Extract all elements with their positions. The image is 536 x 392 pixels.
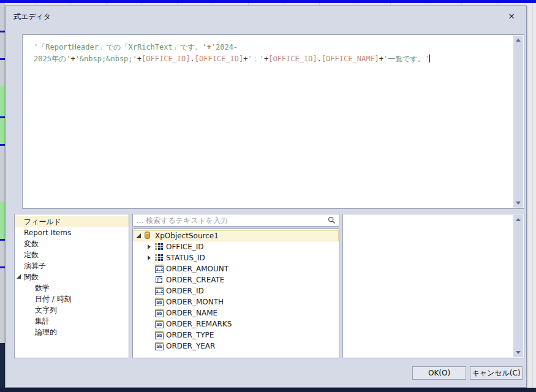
search-box <box>132 214 339 227</box>
expression-token-operator: . <box>191 55 195 63</box>
text-icon: ab <box>155 318 165 330</box>
category-label: 定数 <box>24 251 39 259</box>
tree-item-label: XpObjectSource1 <box>154 232 219 240</box>
numeric-icon: 1,2 <box>155 263 165 274</box>
tree-item[interactable]: abORDER_YEAR <box>133 341 339 352</box>
text-caret <box>429 55 430 62</box>
description-panel <box>342 214 524 358</box>
expression-token-string: '2024- <box>211 43 238 51</box>
tree-item-label: ORDER_TYPE <box>165 331 214 339</box>
tree-item[interactable]: abORDER_REMARKS <box>133 318 339 330</box>
cancel-button[interactable]: キャンセル(C) <box>470 366 523 380</box>
close-icon[interactable]: × <box>505 10 518 22</box>
expression-line: 2025年の'+'&nbsp;&nbsp;'+[OFFICE_ID].[OFFI… <box>34 53 510 65</box>
category-item[interactable]: 日付 / 時刻 <box>15 293 129 304</box>
expander-placeholder <box>146 330 155 341</box>
table-icon <box>155 252 165 263</box>
expression-token-operator: + <box>379 55 383 63</box>
scroll-up-icon[interactable] <box>513 36 523 45</box>
expression-token-operator: + <box>137 55 142 63</box>
field-tree-panel: XpObjectSource1OFFICE_IDSTATUS_ID1,2ORDE… <box>132 228 339 358</box>
category-item[interactable]: フィールド <box>15 216 129 227</box>
expander-placeholder <box>146 263 155 274</box>
expression-editor-area[interactable]: '「ReportHeader」での「XrRichText」です。'+'2024-… <box>22 34 524 209</box>
datetime-icon <box>155 274 165 285</box>
category-item[interactable]: 関数 <box>15 271 129 282</box>
expander-placeholder <box>146 274 155 285</box>
description-vertical-scrollbar[interactable] <box>513 215 523 357</box>
expression-token-string: '：' <box>247 55 263 63</box>
category-label: 変数 <box>24 239 39 248</box>
tree-item-label: ORDER_MONTH <box>165 298 224 306</box>
category-item[interactable]: 定数 <box>15 249 129 260</box>
tree-item[interactable]: 1,2ORDER_AMOUNT <box>133 263 339 274</box>
tree-item[interactable]: STATUS_ID <box>133 252 339 263</box>
background-app-left-edge <box>0 3 5 388</box>
category-label: 関数 <box>24 273 39 281</box>
tree-item-label: ORDER_NAME <box>165 309 217 317</box>
expander-placeholder <box>146 307 155 318</box>
search-input[interactable] <box>133 214 339 226</box>
category-item[interactable]: Report Items <box>15 227 129 238</box>
numeric-icon: 1,2 <box>155 285 165 296</box>
expression-token-string: '一覧です。' <box>383 55 429 63</box>
expression-token-field: [OFFICE_ID] <box>195 55 243 63</box>
tree-item[interactable]: XpObjectSource1 <box>133 230 339 241</box>
tree-item-label: ORDER_YEAR <box>165 342 215 350</box>
tree-item[interactable]: abORDER_MONTH <box>133 296 339 307</box>
expression-text[interactable]: '「ReportHeader」での「XrRichText」です。'+'2024-… <box>23 35 513 208</box>
expander-placeholder <box>146 296 155 307</box>
category-item[interactable]: 演算子 <box>15 260 129 271</box>
text-icon: ab <box>155 330 165 341</box>
category-item[interactable]: 文字列 <box>15 304 129 315</box>
expander-expanded-icon[interactable] <box>17 274 21 279</box>
expression-token-field: [OFFICE_NAME] <box>322 55 379 63</box>
search-icon <box>328 216 336 224</box>
tree-item-label: ORDER_ID <box>165 287 204 295</box>
tree-item-label: ORDER_CREATE <box>165 276 224 284</box>
expander-expanded-icon[interactable] <box>135 230 144 241</box>
expression-token-field: [OFFICE_ID] <box>268 55 317 63</box>
expander-placeholder <box>146 341 155 352</box>
category-item[interactable]: 変数 <box>15 238 129 249</box>
category-label: 日付 / 時刻 <box>35 295 72 303</box>
expression-token-operator: + <box>70 55 75 63</box>
category-label: 演算子 <box>24 262 46 270</box>
category-item[interactable]: 論理的 <box>15 326 129 337</box>
table-icon <box>155 241 165 252</box>
tree-item-label: ORDER_REMARKS <box>165 320 232 328</box>
ok-button[interactable]: OK(O) <box>412 366 466 380</box>
category-label: フィールド <box>24 217 61 226</box>
expression-token-string: 2025年の' <box>34 55 70 63</box>
tree-item[interactable]: abORDER_NAME <box>133 307 339 318</box>
dialog-title: 式エディタ <box>13 12 51 22</box>
expression-token-string: '「ReportHeader」での「XrRichText」です。' <box>34 43 207 51</box>
category-label: 論理的 <box>35 328 57 336</box>
expander-collapsed-icon[interactable] <box>146 241 155 252</box>
tree-item[interactable]: abORDER_TYPE <box>133 330 339 341</box>
category-label: 文字列 <box>35 306 57 314</box>
editor-vertical-scrollbar[interactable] <box>513 36 523 208</box>
dialog-titlebar[interactable]: 式エディタ × <box>6 6 526 29</box>
expression-line: '「ReportHeader」での「XrRichText」です。'+'2024- <box>34 42 510 53</box>
text-icon: ab <box>155 341 165 352</box>
background-app-top-bar <box>0 0 536 3</box>
category-label: Report Items <box>24 228 71 237</box>
expander-placeholder <box>146 318 155 330</box>
scroll-down-icon[interactable] <box>513 198 523 208</box>
tree-item[interactable]: 1,2ORDER_ID <box>133 285 339 296</box>
expression-token-operator: . <box>317 55 322 63</box>
category-label: 集計 <box>35 317 50 325</box>
tree-item-label: ORDER_AMOUNT <box>165 265 228 273</box>
expander-collapsed-icon[interactable] <box>146 252 155 263</box>
category-list-panel: フィールドReport Items変数定数演算子関数数学日付 / 時刻文字列集計… <box>14 214 129 358</box>
expression-token-field: [OFFICE_ID] <box>142 55 190 63</box>
tree-item[interactable]: OFFICE_ID <box>133 241 339 252</box>
category-item[interactable]: 集計 <box>15 315 129 326</box>
tree-item[interactable]: ORDER_CREATE <box>133 274 339 285</box>
category-item[interactable]: 数学 <box>15 282 129 293</box>
expression-token-string: '&nbsp;&nbsp;' <box>75 55 137 63</box>
scroll-up-icon[interactable] <box>513 215 523 225</box>
tree-item-label: STATUS_ID <box>165 254 205 262</box>
scroll-down-icon[interactable] <box>513 347 523 357</box>
